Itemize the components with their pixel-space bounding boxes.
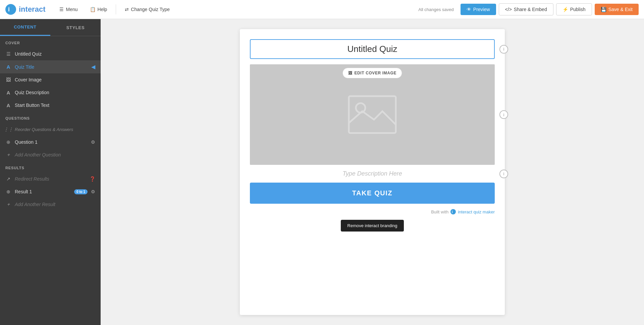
sidebar: CONTENT STYLES COVER ☰ Untitled Quiz A Q… xyxy=(0,19,101,325)
svg-point-0 xyxy=(5,4,16,15)
redirect-label: Redirect Results xyxy=(15,176,86,182)
add-question-icon: ＋ xyxy=(5,152,11,158)
tab-content[interactable]: CONTENT xyxy=(0,19,50,36)
sidebar-item-redirect-results[interactable]: ↗ Redirect Results ❓ xyxy=(0,173,101,185)
main-content: i 🖼 EDIT COVER IMAGE i xyxy=(101,19,644,325)
quiz-title-label: Quiz Title xyxy=(15,64,88,70)
take-quiz-button[interactable]: TAKE QUIZ xyxy=(250,183,495,204)
sidebar-tabs: CONTENT STYLES xyxy=(0,19,101,36)
result1-icon: ⊕ xyxy=(5,189,11,195)
start-button-text-label: Start Button Text xyxy=(15,103,95,108)
sidebar-item-add-result[interactable]: ＋ Add Another Result xyxy=(0,198,101,211)
sidebar-item-result1[interactable]: ⊕ Result 1 0 to 1 ⚙ xyxy=(0,185,101,198)
logo-area: i interact xyxy=(5,4,45,15)
interact-small-logo: i xyxy=(450,209,456,214)
results-section-header: RESULTS xyxy=(0,161,101,173)
cover-section-header: COVER xyxy=(0,36,101,48)
add-question-label: Add Another Question xyxy=(15,152,95,157)
question1-label: Question 1 xyxy=(15,139,88,145)
help-icon: 📋 xyxy=(90,7,96,12)
main-layout: CONTENT STYLES COVER ☰ Untitled Quiz A Q… xyxy=(0,19,644,325)
publish-button[interactable]: ⚡ Publish xyxy=(556,3,592,15)
built-with-area: Built with i interact quiz maker xyxy=(250,209,495,214)
quiz-description-icon: A xyxy=(5,89,11,95)
sidebar-item-quiz-description[interactable]: A Quiz Description xyxy=(0,86,101,99)
tab-styles[interactable]: STYLES xyxy=(50,19,101,36)
description-row: Type Description Here i xyxy=(250,170,495,177)
quiz-title-arrow: ◀ xyxy=(91,64,95,70)
redirect-help-icon[interactable]: ❓ xyxy=(90,176,95,182)
cover-image-area: 🖼 EDIT COVER IMAGE xyxy=(250,64,495,165)
menu-button[interactable]: ☰ Menu xyxy=(55,4,82,15)
change-quiz-type-button[interactable]: ⇄ Change Quiz Type xyxy=(120,4,174,15)
sidebar-item-reorder[interactable]: ⋮⋮ Reorder Questions & Answers xyxy=(0,123,101,136)
description-placeholder[interactable]: Type Description Here xyxy=(250,170,495,177)
untitled-quiz-icon: ☰ xyxy=(5,51,11,57)
description-info-icon[interactable]: i xyxy=(499,170,508,178)
add-result-icon: ＋ xyxy=(5,201,11,207)
help-button[interactable]: 📋 Help xyxy=(85,4,112,15)
logo-text: interact xyxy=(19,5,45,14)
nav-separator xyxy=(116,4,116,14)
svg-text:i: i xyxy=(452,210,453,214)
result1-badge: 0 to 1 xyxy=(74,189,88,194)
start-button-text-icon: A xyxy=(5,102,11,108)
questions-section-header: QUESTIONS xyxy=(0,112,101,123)
quiz-title-icon: A xyxy=(5,64,11,70)
preview-icon: 👁 xyxy=(467,7,471,12)
cover-image-row: 🖼 EDIT COVER IMAGE i xyxy=(250,64,495,165)
change-type-icon: ⇄ xyxy=(125,7,129,12)
svg-text:i: i xyxy=(8,6,10,13)
image-placeholder-icon xyxy=(345,93,399,136)
sidebar-item-quiz-title[interactable]: A Quiz Title ◀ xyxy=(0,60,101,73)
cover-image-info-icon[interactable]: i xyxy=(499,110,508,119)
remove-branding-button[interactable]: Remove interact branding xyxy=(341,220,404,232)
cover-image-icon: 🖼 xyxy=(5,77,11,83)
sidebar-item-start-button-text[interactable]: A Start Button Text xyxy=(0,99,101,112)
svg-point-4 xyxy=(450,209,456,214)
save-status: All changes saved xyxy=(418,7,454,12)
title-row: i xyxy=(250,39,495,59)
untitled-quiz-label: Untitled Quiz xyxy=(15,51,95,57)
camera-icon: 🖼 xyxy=(348,71,353,75)
share-icon: </> xyxy=(505,7,512,12)
title-info-icon[interactable]: i xyxy=(499,45,508,54)
interact-logo-icon: i xyxy=(5,4,16,15)
edit-cover-image-button[interactable]: 🖼 EDIT COVER IMAGE xyxy=(342,68,402,78)
share-embed-button[interactable]: </> Share & Embed xyxy=(499,3,553,15)
reorder-icon: ⋮⋮ xyxy=(5,126,11,132)
result1-label: Result 1 xyxy=(15,189,71,194)
result1-gear-icon[interactable]: ⚙ xyxy=(91,189,95,194)
quiz-title-input[interactable] xyxy=(250,39,495,59)
sidebar-item-add-question[interactable]: ＋ Add Another Question xyxy=(0,148,101,161)
redirect-icon: ↗ xyxy=(5,176,11,182)
svg-point-3 xyxy=(356,103,365,113)
sidebar-item-question1[interactable]: ⊕ Question 1 ⚙ xyxy=(0,136,101,148)
sidebar-item-cover-image[interactable]: 🖼 Cover Image xyxy=(0,73,101,86)
cover-image-label: Cover Image xyxy=(15,77,95,82)
preview-button[interactable]: 👁 Preview xyxy=(461,4,496,15)
reorder-label: Reorder Questions & Answers xyxy=(15,127,95,132)
add-result-label: Add Another Result xyxy=(15,202,95,207)
menu-icon: ☰ xyxy=(59,7,64,12)
question1-icon: ⊕ xyxy=(5,139,11,145)
question1-gear-icon[interactable]: ⚙ xyxy=(91,139,95,145)
quiz-description-label: Quiz Description xyxy=(15,90,95,95)
svg-rect-2 xyxy=(349,96,396,133)
quiz-preview-panel: i 🖼 EDIT COVER IMAGE i xyxy=(240,29,505,315)
publish-icon: ⚡ xyxy=(562,7,568,12)
top-nav: i interact ☰ Menu 📋 Help ⇄ Change Quiz T… xyxy=(0,0,644,19)
save-exit-button[interactable]: 💾 Save & Exit xyxy=(595,4,639,15)
save-icon: 💾 xyxy=(601,7,606,12)
sidebar-item-untitled-quiz[interactable]: ☰ Untitled Quiz xyxy=(0,48,101,60)
